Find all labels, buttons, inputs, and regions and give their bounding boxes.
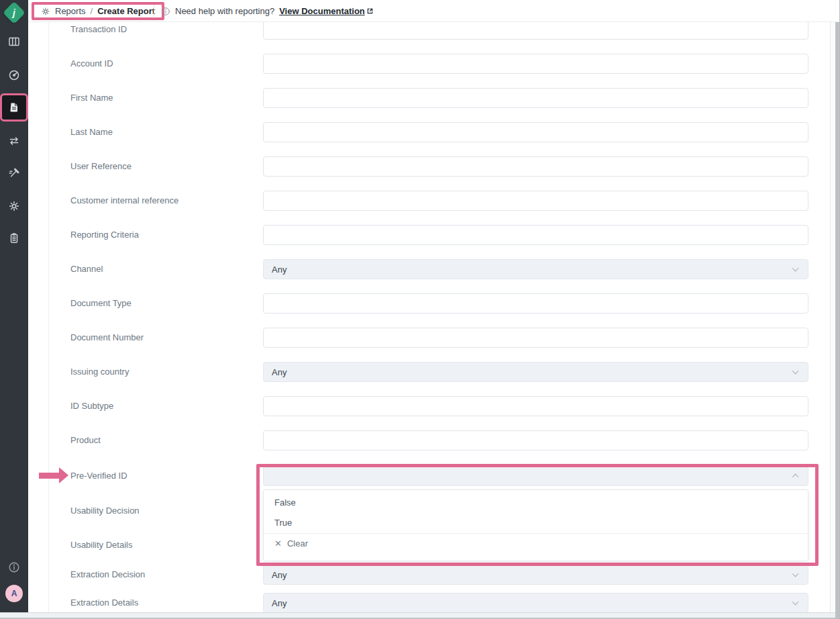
chevron-up-icon [792, 473, 799, 480]
sidebar-item-reports-active[interactable] [2, 95, 26, 120]
field-label: Product [70, 430, 101, 450]
field-label: ID Subtype [70, 396, 113, 416]
field-label: Extraction Decision [70, 565, 145, 585]
breadcrumb-current-page: Create Report [97, 6, 155, 16]
user-reference-input[interactable] [263, 156, 808, 177]
issuing-country-select[interactable]: Any [263, 362, 808, 382]
form-row: Reporting Criteria [28, 225, 836, 245]
view-documentation-link[interactable]: View Documentation [279, 6, 374, 16]
top-bar: Reports / Create Report Need help with r… [28, 0, 839, 22]
field-label: Channel [70, 259, 103, 279]
form-row: First Name [28, 88, 836, 108]
form-row: User Reference [28, 156, 836, 177]
field-label: Transaction ID [70, 22, 127, 40]
channel-select[interactable]: Any [263, 259, 808, 279]
clipboard-icon [8, 232, 20, 244]
select-value: Any [272, 598, 286, 608]
product-input[interactable] [263, 430, 808, 450]
form-row: Document Number [28, 328, 836, 348]
form-row: ID Subtype [28, 396, 836, 416]
logo-letter: j [13, 8, 15, 17]
gavel-icon [8, 167, 20, 179]
first-name-input[interactable] [263, 88, 808, 108]
field-label: Last Name [70, 122, 113, 142]
form-row: Document Type [28, 293, 836, 314]
breadcrumb-reports-link[interactable]: Reports [55, 6, 86, 16]
app-logo[interactable]: j [3, 1, 25, 24]
dropdown-option-true[interactable]: True [264, 513, 808, 533]
gear-icon [41, 7, 50, 16]
columns-icon [8, 36, 20, 48]
pre-verified-id-dropdown-menu: False True ✕ Clear [263, 489, 808, 561]
user-avatar[interactable]: A [5, 585, 23, 602]
form-row: Product [28, 430, 836, 450]
extraction-details-select[interactable]: Any [263, 593, 808, 612]
field-label: Reporting Criteria [70, 225, 139, 245]
field-label: Document Number [70, 328, 144, 348]
field-label: Pre-Verified ID [70, 466, 127, 486]
field-label: Issuing country [70, 362, 129, 382]
sidebar-item-transactions-flow[interactable] [2, 129, 26, 153]
dropdown-option-false[interactable]: False [264, 493, 808, 513]
reporting-criteria-input[interactable] [263, 225, 808, 245]
field-label: First Name [70, 88, 113, 108]
annotation-arrow [39, 473, 59, 479]
vertical-scrollbar-track[interactable] [830, 22, 835, 612]
form-row: Transaction ID [28, 22, 836, 40]
chevron-down-icon [792, 368, 799, 375]
last-name-input[interactable] [263, 122, 808, 142]
field-label: Usability Decision [70, 501, 140, 521]
document-number-input[interactable] [263, 328, 808, 348]
pre-verified-id-select[interactable] [263, 466, 808, 486]
field-label: Document Type [70, 293, 132, 314]
form-row: Channel Any [28, 259, 836, 279]
form-row: Customer internal reference [28, 191, 836, 211]
help-section: Need help with reporting? View Documenta… [161, 0, 374, 22]
gear-icon [8, 200, 20, 212]
document-icon [8, 101, 20, 113]
dial-icon [8, 69, 20, 81]
field-label: Extraction Details [70, 593, 138, 612]
window-right-edge [835, 22, 839, 619]
account-id-input[interactable] [263, 54, 808, 74]
breadcrumb-separator: / [91, 6, 93, 16]
form-row: Last Name [28, 122, 836, 142]
chevron-down-icon [792, 571, 799, 577]
select-value: Any [272, 265, 286, 275]
select-value: Any [272, 367, 286, 377]
sidebar-item-tools[interactable] [2, 161, 26, 185]
sidebar: j A [0, 0, 28, 612]
document-type-input[interactable] [263, 293, 808, 314]
field-label: User Reference [70, 156, 132, 177]
header-divider [154, 5, 154, 18]
sidebar-item-columns-view[interactable] [2, 30, 26, 54]
transaction-id-input[interactable] [263, 22, 808, 40]
content-left-divider [48, 22, 49, 612]
app-window: j A Reports / Crea [0, 0, 840, 619]
chevron-down-icon [792, 599, 799, 606]
info-icon [161, 7, 170, 16]
sidebar-info-button[interactable] [8, 561, 20, 573]
sidebar-item-notes[interactable] [2, 226, 26, 250]
extraction-decision-select[interactable]: Any [263, 565, 808, 585]
clear-label: Clear [287, 534, 308, 554]
horizontal-scrollbar[interactable] [0, 612, 835, 619]
x-icon: ✕ [274, 534, 282, 554]
form-row: Extraction Decision Any [28, 565, 836, 585]
breadcrumb-annotation-box: Reports / Create Report [32, 2, 164, 20]
transfer-arrows-icon [8, 135, 20, 147]
avatar-letter: A [11, 589, 17, 598]
help-prompt: Need help with reporting? [175, 6, 274, 16]
dropdown-clear-option[interactable]: ✕ Clear [264, 534, 808, 554]
select-value: Any [272, 570, 286, 580]
customer-internal-reference-input[interactable] [263, 191, 808, 211]
id-subtype-input[interactable] [263, 396, 808, 416]
field-label: Usability Details [70, 535, 132, 555]
form-row: Extraction Details Any [28, 593, 836, 612]
sidebar-item-settings[interactable] [2, 194, 26, 218]
form-row: Issuing country Any [28, 362, 836, 382]
sidebar-item-dial[interactable] [2, 63, 26, 87]
field-label: Customer internal reference [70, 191, 178, 211]
field-label: Account ID [70, 54, 113, 74]
chevron-down-icon [792, 265, 799, 272]
